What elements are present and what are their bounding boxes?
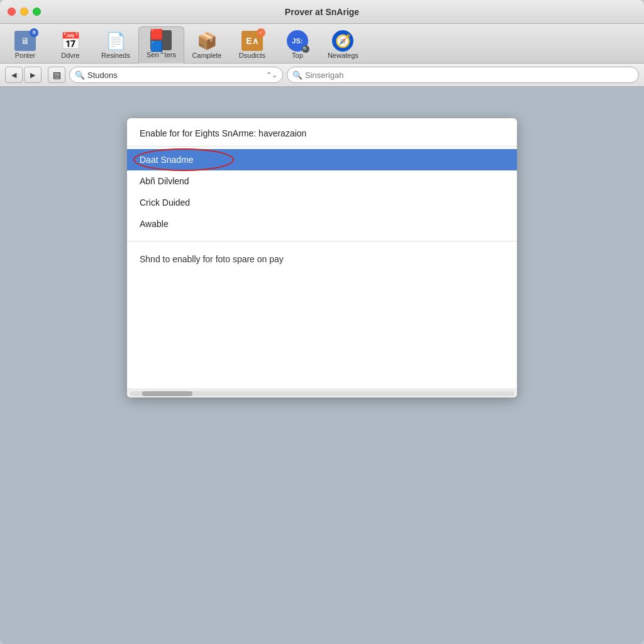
ponter-icon: 🖥 ① <box>14 30 36 52</box>
toolbar-item-top[interactable]: JS: 🔍 Top <box>275 26 320 63</box>
senaters-icon: 🟥🟦 <box>150 30 172 51</box>
toolbar-label-newategs: Newategs <box>328 52 358 59</box>
search-main-input[interactable] <box>87 70 262 80</box>
main-window: Prover at SnArige 🖥 ① Ponter 📅 Ddvre <box>0 0 644 644</box>
newategs-icon: 🧭 <box>332 30 353 52</box>
panel-item-awable[interactable]: Awable <box>127 213 517 235</box>
sidebar-toggle-button[interactable]: ▤ <box>48 67 65 83</box>
toolbar-label-senaters: Sen⌃ters <box>147 51 176 59</box>
toolbar-label-camplete: Camplete <box>192 52 221 59</box>
toolbar-item-ddvre[interactable]: 📅 Ddvre <box>48 26 93 63</box>
search-secondary-icon: 🔍 <box>292 70 303 80</box>
sidebar-icon: ▤ <box>53 70 61 80</box>
titlebar: Prover at SnArige <box>0 0 644 24</box>
panel-scrollbar[interactable] <box>127 389 517 397</box>
panel-footer: Shnd to enablly for foto spare on pay <box>127 245 517 275</box>
scrollbar-track <box>130 391 514 396</box>
toolbar-item-camplete[interactable]: 📦 Camplete <box>184 26 230 63</box>
close-button[interactable] <box>8 8 16 16</box>
panel-divider <box>127 241 517 242</box>
toolbar-label-ddvre: Ddvre <box>61 52 79 59</box>
toolbar-item-senaters[interactable]: 🟥🟦 Sen⌃ters <box>138 26 184 64</box>
panel-item-label-daat-snadme: Daat Snadme <box>140 155 194 165</box>
toolbar-label-top: Top <box>292 52 303 59</box>
search-main-icon: 🔍 <box>75 70 85 80</box>
forward-icon: ▶ <box>30 71 35 79</box>
traffic-lights <box>8 8 41 16</box>
content-area: Enable for for Eights SnArme: haverazaio… <box>0 87 644 644</box>
panel-item-crick-duided[interactable]: Crick Duided <box>127 192 517 213</box>
panel-empty-space <box>127 275 517 389</box>
panel-item-daat-snadme[interactable]: Daat Snadme <box>127 149 517 170</box>
dropdown-panel: Enable for for Eights SnArme: haverazaio… <box>127 118 517 397</box>
toolbar-item-dsudicts[interactable]: E∧ ✓ Dsudicts <box>230 26 275 63</box>
panel-item-label-abn-divlend: Abñ Dilvlend <box>140 176 189 186</box>
search-stepper-icon[interactable]: ⌃⌄ <box>266 71 277 79</box>
ponter-badge: ① <box>30 28 38 37</box>
camplete-icon: 📦 <box>196 30 218 52</box>
toolbar-item-ponter[interactable]: 🖥 ① Ponter <box>3 26 48 63</box>
panel-item-label-awable: Awable <box>140 219 169 229</box>
panel-list: Daat Snadme Abñ Dilvlend Crick Duided Aw… <box>127 147 517 237</box>
toolbar-item-resineds[interactable]: 📄 Resineds <box>93 26 138 63</box>
search-secondary-input[interactable] <box>305 70 633 80</box>
toolbar-icons: 🖥 ① Ponter 📅 Ddvre 📄 Resineds <box>0 24 644 63</box>
panel-item-abn-divlend[interactable]: Abñ Dilvlend <box>127 170 517 192</box>
window-title: Prover at SnArige <box>285 7 359 17</box>
minimize-button[interactable] <box>20 8 28 16</box>
forward-button[interactable]: ▶ <box>24 67 42 83</box>
maximize-button[interactable] <box>33 8 41 16</box>
ddvre-icon: 📅 <box>60 30 81 52</box>
back-button[interactable]: ◀ <box>5 67 23 83</box>
toolbar-label-resineds: Resineds <box>101 52 130 59</box>
toolbar-item-newategs[interactable]: 🧭 Newategs <box>320 26 366 63</box>
nav-back-forward: ◀ ▶ <box>5 67 42 83</box>
toolbar-label-dsudicts: Dsudicts <box>239 52 265 59</box>
scrollbar-thumb[interactable] <box>142 391 192 396</box>
back-icon: ◀ <box>11 71 16 79</box>
toolbar: 🖥 ① Ponter 📅 Ddvre 📄 Resineds <box>0 24 644 64</box>
panel-header: Enable for for Eights SnArme: haverazaio… <box>127 118 517 147</box>
toolbar-label-ponter: Ponter <box>15 52 35 59</box>
search-main-container: 🔍 ⌃⌄ <box>69 67 283 83</box>
search-secondary-container: 🔍 <box>287 67 639 83</box>
top-icon: JS: 🔍 <box>287 30 308 52</box>
panel-item-label-crick-duided: Crick Duided <box>140 197 190 208</box>
navbar: ◀ ▶ ▤ 🔍 ⌃⌄ 🔍 <box>0 64 644 87</box>
dsudicts-icon: E∧ ✓ <box>242 30 263 52</box>
resineds-icon: 📄 <box>105 30 126 52</box>
